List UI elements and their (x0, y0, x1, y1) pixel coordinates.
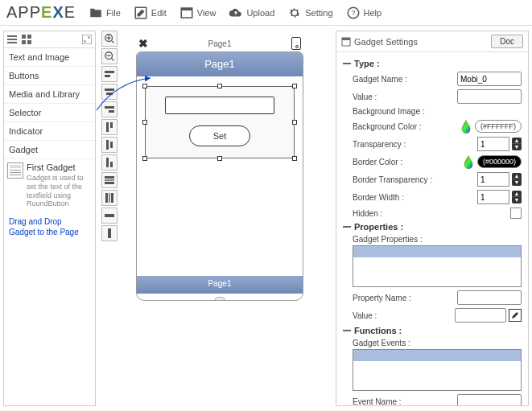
align-tool-6[interactable] (101, 154, 118, 171)
svg-rect-14 (105, 88, 114, 91)
resize-handle[interactable] (292, 120, 297, 125)
gadget-settings-panel: Gadget Settings Doc Type : Gadget Name :… (336, 31, 529, 406)
category-gadget[interactable]: Gadget (4, 141, 95, 159)
prop-label: Transparency : (353, 140, 406, 149)
transparency-input[interactable] (477, 137, 509, 151)
border-width-input[interactable] (477, 190, 509, 204)
category-media-library[interactable]: Media and Library (4, 85, 95, 104)
resize-handle[interactable] (142, 120, 147, 125)
gadget-textfield[interactable] (165, 97, 274, 114)
logo-text: E (41, 3, 52, 21)
svg-rect-29 (111, 193, 113, 203)
section-header[interactable]: Functions : (343, 326, 522, 335)
menu-help[interactable]: ?Help (346, 6, 382, 20)
resize-handle[interactable] (142, 84, 147, 88)
close-page-button[interactable]: ✖ (138, 37, 148, 50)
prop-label: Background Image : (353, 107, 425, 116)
align-tool-2[interactable] (101, 84, 118, 100)
cloud-upload-icon (229, 6, 243, 20)
doc-button[interactable]: Doc (491, 35, 523, 48)
prop-label: Border Color : (353, 158, 402, 166)
top-menubar: APPEXE File Edit View Upload Setting ?He… (0, 0, 532, 26)
events-listbox[interactable] (353, 349, 522, 391)
prop-label: Property Name : (353, 294, 411, 302)
gadget-item[interactable]: First Gadget Gadget is used to set the t… (4, 159, 95, 212)
svg-rect-7 (22, 40, 26, 44)
device-icon[interactable] (291, 37, 301, 50)
expand-icon[interactable] (81, 34, 93, 45)
prop-label: Value : (353, 311, 377, 320)
gear-icon (287, 6, 302, 20)
menu-upload[interactable]: Upload (229, 6, 274, 20)
svg-rect-24 (105, 176, 114, 179)
properties-listbox[interactable] (353, 245, 522, 287)
category-buttons[interactable]: Buttons (4, 67, 95, 85)
section-header[interactable]: Properties : (343, 222, 522, 232)
stepper[interactable]: ▲▼ (512, 191, 522, 203)
settings-title: Gadget Settings (354, 37, 418, 47)
prop-label: Border Width : (353, 193, 404, 202)
logo-text: X (52, 3, 64, 21)
listbox-header (353, 246, 521, 257)
menu-view[interactable]: View (179, 6, 217, 20)
hidden-checkbox[interactable] (510, 208, 522, 219)
value-input[interactable] (457, 89, 522, 104)
align-tool-10[interactable] (101, 225, 118, 241)
logo-text: APP (6, 3, 41, 21)
svg-rect-4 (7, 42, 17, 43)
align-tool-1[interactable] (101, 66, 118, 82)
align-tool-4[interactable] (101, 119, 118, 135)
main-area: Text and Image Buttons Media and Library… (0, 26, 532, 411)
listbox-header (353, 350, 521, 361)
resize-handle[interactable] (217, 156, 222, 161)
border-transparency-input[interactable] (477, 172, 509, 187)
event-name-input[interactable] (457, 394, 522, 406)
svg-rect-19 (110, 122, 113, 128)
svg-rect-17 (109, 110, 114, 113)
selected-gadget[interactable]: Set (145, 86, 295, 158)
align-tool-7[interactable] (101, 172, 118, 188)
stepper[interactable]: ▲▼ (512, 138, 522, 150)
zoom-out-button[interactable] (101, 48, 118, 64)
color-picker-icon[interactable] (462, 154, 475, 169)
menu-setting[interactable]: Setting (287, 6, 332, 20)
gadget-round-button[interactable]: Set (189, 125, 250, 146)
edit-value-button[interactable] (509, 309, 522, 322)
grid-view-icon[interactable] (21, 34, 32, 45)
section-label: Properties : (354, 222, 403, 232)
align-tool-9[interactable] (101, 208, 118, 224)
svg-rect-8 (27, 40, 31, 44)
color-picker-icon[interactable] (460, 119, 472, 134)
gadget-desc: Gadget is used to set the text of the te… (27, 174, 92, 208)
property-name-input[interactable] (457, 290, 522, 305)
menu-label: Setting (305, 8, 332, 18)
menu-edit[interactable]: Edit (134, 6, 167, 20)
category-selector[interactable]: Selector (4, 104, 95, 122)
prop-label: Gadget Properties : (353, 235, 522, 244)
gadget-name-input[interactable] (457, 72, 522, 86)
stepper[interactable]: ▲▼ (512, 173, 522, 186)
category-indicator[interactable]: Indicator (4, 122, 95, 141)
svg-rect-20 (106, 140, 109, 150)
align-tool-5[interactable] (101, 137, 118, 153)
svg-rect-16 (105, 106, 114, 109)
gadget-thumb-icon (7, 162, 23, 179)
list-view-icon[interactable] (6, 34, 18, 45)
resize-handle[interactable] (142, 156, 147, 161)
align-tool-3[interactable] (101, 101, 118, 117)
edit-icon (134, 6, 148, 20)
resize-handle[interactable] (292, 156, 297, 161)
resize-handle[interactable] (292, 84, 297, 88)
menu-file[interactable]: File (89, 6, 121, 20)
category-text-image[interactable]: Text and Image (4, 48, 95, 67)
pencil-icon (511, 311, 519, 319)
border-color-value: (#000000) (477, 155, 522, 168)
property-value-input[interactable] (455, 308, 506, 323)
design-canvas[interactable]: ✖ Page1 Page1 Set Page1 (125, 31, 329, 406)
resize-handle[interactable] (217, 84, 222, 88)
help-icon: ? (346, 6, 361, 20)
zoom-in-button[interactable] (101, 31, 118, 47)
section-header[interactable]: Type : (343, 59, 522, 68)
align-tool-8[interactable] (101, 190, 118, 206)
svg-rect-30 (105, 214, 114, 217)
